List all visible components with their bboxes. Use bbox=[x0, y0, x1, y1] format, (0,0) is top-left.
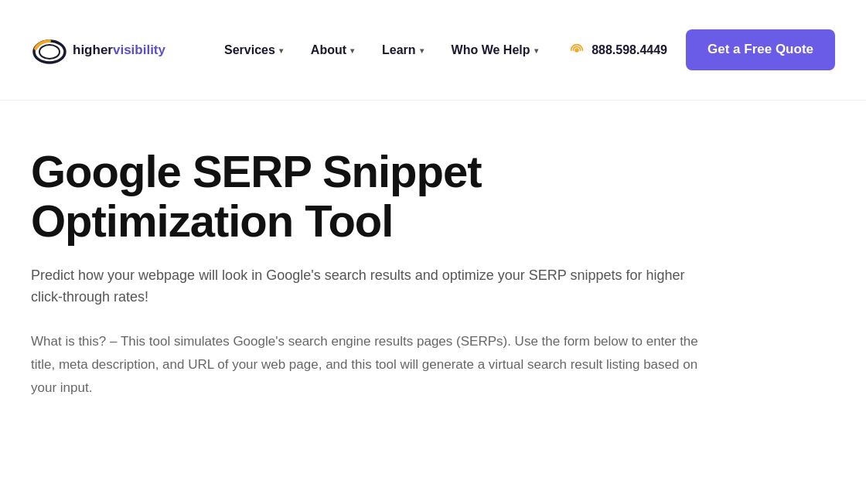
main-content: Google SERP Snippet Optimization Tool Pr… bbox=[0, 100, 773, 430]
nav-item-about[interactable]: About ▾ bbox=[298, 37, 367, 63]
chevron-down-icon: ▾ bbox=[420, 46, 424, 55]
phone-icon bbox=[568, 42, 585, 59]
chevron-down-icon: ▾ bbox=[350, 46, 354, 55]
page-subtitle: Predict how your webpage will look in Go… bbox=[31, 264, 688, 309]
logo-icon bbox=[31, 32, 68, 69]
nav-label-services: Services bbox=[224, 43, 275, 57]
svg-point-1 bbox=[39, 45, 60, 59]
phone-section: 888.598.4449 bbox=[568, 42, 667, 59]
chevron-down-icon: ▾ bbox=[534, 46, 538, 55]
logo-text: highervisibility bbox=[73, 43, 165, 58]
nav-item-learn[interactable]: Learn ▾ bbox=[370, 37, 436, 63]
get-free-quote-button[interactable]: Get a Free Quote bbox=[686, 29, 835, 70]
phone-number[interactable]: 888.598.4449 bbox=[592, 43, 667, 57]
nav-item-services[interactable]: Services ▾ bbox=[212, 37, 295, 63]
logo[interactable]: highervisibility bbox=[31, 32, 165, 69]
page-description: What is this? – This tool simulates Goog… bbox=[31, 330, 711, 399]
nav-item-who-we-help[interactable]: Who We Help ▾ bbox=[439, 37, 551, 63]
chevron-down-icon: ▾ bbox=[279, 46, 283, 55]
nav-label-about: About bbox=[311, 43, 346, 57]
page-title: Google SERP Snippet Optimization Tool bbox=[31, 147, 742, 246]
main-nav: Services ▾ About ▾ Learn ▾ Who We Help ▾ bbox=[212, 37, 568, 63]
nav-label-who-we-help: Who We Help bbox=[452, 43, 530, 57]
nav-label-learn: Learn bbox=[382, 43, 416, 57]
svg-point-2 bbox=[574, 48, 579, 53]
